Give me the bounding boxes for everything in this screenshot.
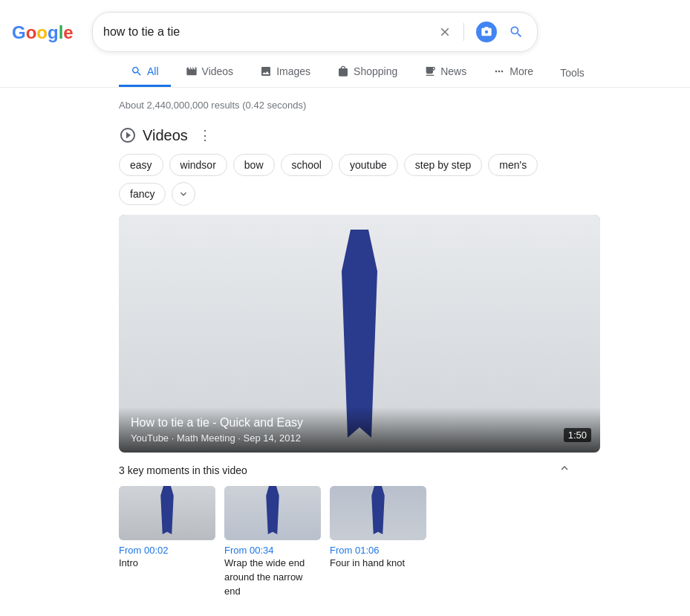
- clear-icon: [438, 25, 452, 39]
- chip-youtube[interactable]: youtube: [339, 154, 398, 176]
- moment-desc-1: Wrap the wide end around the narrow end: [224, 557, 305, 597]
- tab-videos[interactable]: Videos: [174, 58, 246, 87]
- videos-section-title: Videos: [143, 127, 188, 144]
- all-search-icon: [131, 65, 143, 77]
- chip-bow[interactable]: bow: [233, 154, 275, 176]
- filter-chips: easy windsor bow school youtube step by …: [119, 154, 571, 206]
- image-icon: [260, 65, 272, 77]
- moment-timestamp-2: From 01:06: [330, 545, 426, 556]
- moment-cards: From 00:02 Intro From 00:34 Wrap the wid…: [119, 486, 571, 599]
- video-source: YouTube: [131, 432, 169, 444]
- clear-button[interactable]: [435, 22, 455, 42]
- moment-thumb-img-1: [224, 486, 321, 540]
- video-meta-separator: ·: [172, 432, 177, 444]
- key-moments-label: 3 key moments in this video: [119, 464, 247, 476]
- video-overlay: How to tie a tie - Quick and Easy YouTub…: [119, 407, 600, 453]
- chip-windsor[interactable]: windsor: [169, 154, 227, 176]
- lens-button[interactable]: [473, 19, 500, 45]
- collapse-moments-button[interactable]: [558, 461, 571, 479]
- mini-tie-2: [369, 486, 388, 534]
- google-logo[interactable]: Google: [12, 21, 80, 43]
- videos-more-button[interactable]: ⋮: [194, 126, 216, 145]
- tab-all-label: All: [147, 65, 159, 77]
- tab-news[interactable]: News: [412, 58, 478, 87]
- tab-shopping[interactable]: Shopping: [325, 58, 409, 87]
- video-section-icon: [119, 126, 137, 144]
- tab-images-label: Images: [276, 65, 310, 77]
- search-icon: [509, 25, 524, 39]
- videos-section: Videos ⋮ easy windsor bow school youtube…: [119, 126, 571, 599]
- moment-timestamp-1: From 00:34: [224, 545, 321, 556]
- search-button[interactable]: [506, 22, 527, 42]
- chip-fancy[interactable]: fancy: [119, 183, 166, 205]
- tab-images[interactable]: Images: [248, 58, 322, 87]
- mini-tie-0: [158, 486, 177, 534]
- search-input[interactable]: [103, 25, 429, 39]
- video-icon: [186, 65, 198, 77]
- videos-header: Videos ⋮: [119, 126, 571, 145]
- tab-shopping-label: Shopping: [354, 65, 397, 77]
- results-count: About 2,440,000,000 results (0.42 second…: [119, 94, 571, 120]
- chip-easy[interactable]: easy: [119, 154, 163, 176]
- svg-text:Google: Google: [12, 22, 74, 42]
- shopping-icon: [337, 65, 349, 77]
- moment-card-1[interactable]: From 00:34 Wrap the wide end around the …: [224, 486, 321, 599]
- tab-all[interactable]: All: [119, 58, 171, 87]
- chips-expand-button[interactable]: [172, 182, 195, 206]
- main-content: About 2,440,000,000 results (0.42 second…: [0, 88, 690, 611]
- chevron-up-icon: [558, 461, 571, 475]
- more-dots-icon: [493, 65, 505, 77]
- key-moments-header: 3 key moments in this video: [119, 453, 571, 486]
- moment-thumb-0: [119, 486, 215, 540]
- nav-tabs: All Videos Images Shopping News More Too…: [0, 58, 690, 88]
- moment-desc-0: Intro: [119, 557, 138, 568]
- main-video[interactable]: How to tie a tie - Quick and Easy YouTub…: [119, 215, 600, 453]
- tools-button[interactable]: Tools: [548, 59, 596, 86]
- main-video-meta: YouTube · Math Meeting · Sep 14, 2012: [131, 432, 588, 444]
- mini-tie-1: [264, 486, 282, 534]
- moment-thumb-1: [224, 486, 321, 540]
- video-date: Sep 14, 2012: [244, 432, 301, 444]
- chevron-down-icon: [178, 188, 189, 200]
- video-meta-separator2: ·: [238, 432, 243, 444]
- chip-school[interactable]: school: [281, 154, 333, 176]
- search-bar: [92, 12, 538, 52]
- moment-thumb-2: [330, 486, 426, 540]
- main-video-title: How to tie a tie - Quick and Easy: [131, 416, 588, 429]
- search-bar-icons: [435, 19, 527, 45]
- video-duration: 1:50: [564, 428, 591, 442]
- moment-card-2[interactable]: From 01:06 Four in hand knot: [330, 486, 426, 599]
- moment-desc-2: Four in hand knot: [330, 557, 405, 568]
- divider: [463, 23, 464, 41]
- tab-news-label: News: [440, 65, 466, 77]
- moment-thumb-img-0: [119, 486, 215, 540]
- moment-thumb-img-2: [330, 486, 426, 540]
- tab-more-label: More: [510, 65, 533, 77]
- moment-timestamp-0: From 00:02: [119, 545, 215, 556]
- moment-card-0[interactable]: From 00:02 Intro: [119, 486, 215, 599]
- tab-more[interactable]: More: [481, 58, 545, 87]
- chip-mens[interactable]: men's: [488, 154, 538, 176]
- news-icon: [424, 65, 436, 77]
- camera-icon: [476, 22, 497, 42]
- video-channel: Math Meeting: [177, 432, 235, 444]
- chip-step-by-step[interactable]: step by step: [404, 154, 483, 176]
- header-top: Google: [12, 6, 678, 58]
- header: Google: [0, 0, 690, 58]
- tab-videos-label: Videos: [202, 65, 234, 77]
